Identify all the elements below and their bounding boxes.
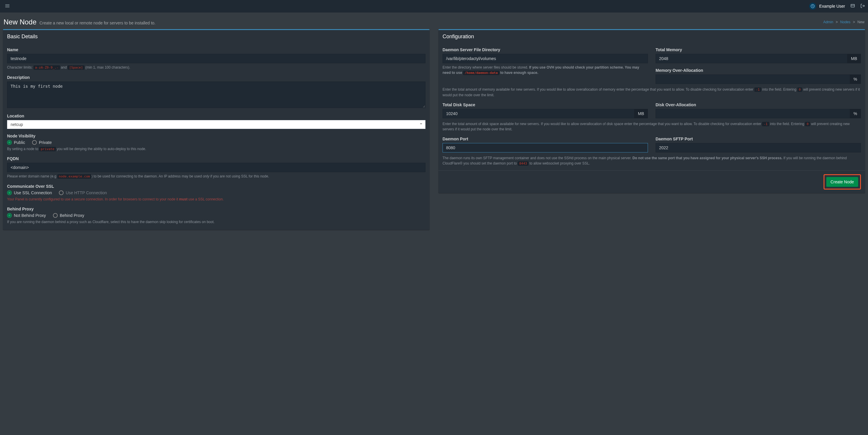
total-disk-label: Total Disk Space [442,102,648,107]
username: Example User [819,4,845,8]
menu-toggle-icon[interactable] [3,4,12,9]
daemon-sftp-input[interactable] [656,143,861,152]
visibility-private-radio[interactable]: Private [32,140,52,145]
disk-over-input[interactable] [656,109,850,118]
name-input[interactable] [7,54,426,63]
radio-unchecked-icon [59,190,64,195]
visibility-public-radio[interactable]: Public [7,140,25,145]
breadcrumb-admin[interactable]: Admin [823,20,833,24]
description-textarea[interactable]: This is my first node [7,82,426,108]
svg-rect-2 [5,7,9,7]
disk-unit: MB [634,109,648,118]
memory-unit: MB [847,54,861,63]
disk-over-unit: % [850,109,861,118]
fqdn-label: FQDN [7,156,426,161]
daemon-sftp-label: Daemon SFTP Port [656,136,861,141]
location-select[interactable]: netcup [7,120,426,129]
create-node-button[interactable]: Create Node [826,177,858,187]
memory-over-label: Memory Over-Allocation [656,68,861,73]
name-help: Character limits: a-zA-Z0-9_.- and [Spac… [7,65,426,70]
daemon-dir-input[interactable] [442,54,648,63]
daemon-port-label: Daemon Port [442,136,648,141]
daemon-dir-label: Daemon Server File Directory [442,48,648,52]
proxy-not-behind-radio[interactable]: Not Behind Proxy [7,213,46,218]
ssl-warning: Your Panel is currently configured to us… [7,196,426,202]
user-menu[interactable]: Example User [809,3,845,10]
ssl-use-http-radio[interactable]: Use HTTP Connection [59,190,107,195]
memory-help: Enter the total amount of memory availab… [442,87,861,98]
description-label: Description [7,75,426,80]
daemon-dir-help: Enter the directory where server files s… [442,65,648,75]
svg-rect-4 [851,4,855,7]
fqdn-input[interactable] [7,163,426,172]
create-node-highlight: Create Node [824,174,861,190]
topbar: Example User [0,0,868,13]
admin-toggle-icon[interactable] [850,3,855,9]
visibility-label: Node Visibility [7,134,426,138]
logout-icon[interactable] [860,3,865,9]
page-header: New Node Create a new local or remote no… [0,13,868,29]
breadcrumb: Admin > Nodes > New [823,20,865,24]
proxy-behind-radio[interactable]: Behind Proxy [53,213,84,218]
total-memory-input[interactable] [656,54,847,63]
memory-over-unit: % [850,74,861,84]
memory-over-input[interactable] [656,74,850,84]
ssl-use-ssl-radio[interactable]: Use SSL Connection [7,190,52,195]
basic-details-panel: Basic Details Name Character limits: a-z… [3,29,430,230]
disk-help: Enter the total amount of disk space ava… [442,121,861,132]
total-memory-label: Total Memory [656,48,861,52]
configuration-panel: Configuration Daemon Server File Directo… [438,29,865,193]
ssl-label: Communicate Over SSL [7,184,426,189]
port-help: The daemon runs its own SFTP management … [442,155,861,166]
proxy-label: Behind Proxy [7,207,426,211]
radio-checked-icon [7,190,12,195]
name-label: Name [7,48,426,52]
location-label: Location [7,114,426,118]
total-disk-input[interactable] [442,109,634,118]
daemon-port-input[interactable] [442,143,648,152]
basic-details-title: Basic Details [3,30,430,43]
configuration-title: Configuration [438,30,865,43]
avatar [809,3,816,10]
radio-checked-icon [7,213,12,218]
fqdn-help: Please enter domain name (e.g node.examp… [7,174,426,179]
radio-unchecked-icon [53,213,58,218]
breadcrumb-nodes[interactable]: Nodes [840,20,850,24]
svg-rect-0 [5,4,9,5]
breadcrumb-current: New [858,20,865,24]
disk-over-label: Disk Over-Allocation [656,102,861,107]
radio-checked-icon [7,140,12,145]
proxy-help: If you are running the daemon behind a p… [7,219,426,224]
page-title: New Node [3,18,36,26]
radio-unchecked-icon [32,140,37,145]
page-subtitle: Create a new local or remote node for se… [39,21,156,25]
visibility-help: By setting a node to private you will be… [7,146,426,152]
